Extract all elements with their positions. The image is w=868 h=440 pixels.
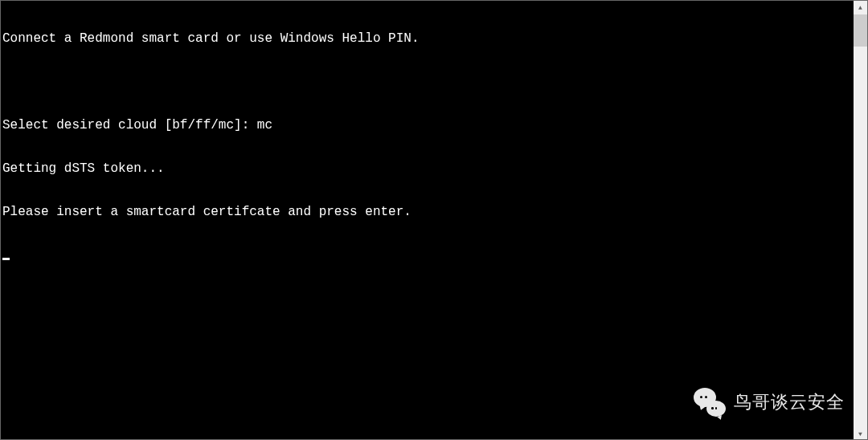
scroll-up-button[interactable]: ▲ xyxy=(854,1,867,14)
scroll-thumb[interactable] xyxy=(854,14,867,47)
terminal-line: Getting dSTS token... xyxy=(2,161,854,176)
scroll-down-button[interactable]: ▼ xyxy=(854,427,867,440)
terminal-line: Connect a Redmond smart card or use Wind… xyxy=(2,31,854,46)
scroll-track[interactable] xyxy=(854,14,867,427)
chevron-up-icon: ▲ xyxy=(858,5,862,11)
wechat-icon xyxy=(694,388,726,417)
watermark-text: 鸟哥谈云安全 xyxy=(734,390,845,414)
terminal-cursor-line xyxy=(2,248,854,263)
chevron-down-icon: ▼ xyxy=(858,431,862,438)
cursor-icon xyxy=(2,258,10,260)
terminal-line: Select desired cloud [bf/ff/mc]: mc xyxy=(2,118,854,132)
terminal-output[interactable]: Connect a Redmond smart card or use Wind… xyxy=(1,1,854,440)
terminal-line: Please insert a smartcard certifcate and… xyxy=(2,205,854,219)
terminal-line xyxy=(2,75,854,89)
vertical-scrollbar[interactable]: ▲ ▼ xyxy=(854,1,867,440)
watermark: 鸟哥谈云安全 xyxy=(694,388,845,417)
